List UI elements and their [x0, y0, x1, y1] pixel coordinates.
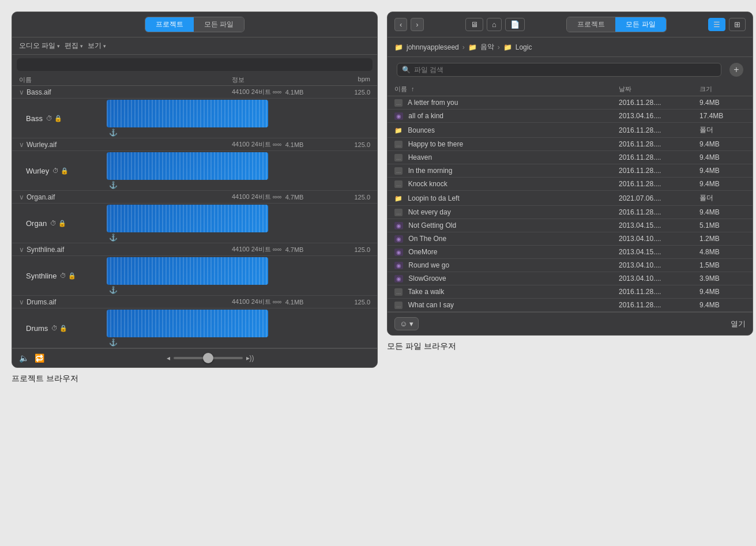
left-menu-bar: 오디오 파일 ▾ 편집 ▾ 보기 ▾ — [12, 37, 377, 55]
waveform-wurley — [107, 152, 268, 180]
track-row-synthline[interactable]: Synthline ⏱ 🔒 ⚓ — [12, 256, 377, 296]
track-row-bass[interactable]: Bass ⏱ 🔒 ⚓ — [12, 99, 377, 138]
lock-icon: 🔒 — [61, 167, 69, 175]
add-button[interactable]: + — [729, 63, 743, 77]
file-row-drums-aif[interactable]: ∨Drums.aif 44100 24비트 ∞∞ 4.1MB 125.0 — [12, 296, 377, 308]
chevron-down-icon: ▾ — [80, 43, 83, 49]
chevron-down-icon: ▾ — [103, 43, 106, 49]
chevron-down-icon: ▾ — [57, 43, 60, 49]
folder-icon: 📁 — [394, 195, 403, 202]
audio-file-icon: ◉ — [394, 262, 403, 269]
menu-edit[interactable]: 편집 ▾ — [65, 41, 83, 51]
file-row-bass-aif[interactable]: ∨Bass.aif 44100 24비트 ∞∞ 4.1MB 125.0 — [12, 86, 377, 99]
lock-icon: 🔒 — [54, 115, 62, 122]
sort-asc-icon: ↑ — [411, 85, 415, 92]
file-row-12[interactable]: ◉ Round we go 2013.04.10.... 1.5MB — [388, 259, 753, 272]
nav-forward-button[interactable]: › — [411, 18, 423, 31]
tab-project-right[interactable]: 프로젝트 — [567, 17, 615, 32]
audio-file-icon: ... — [394, 180, 403, 188]
left-table-header: 이름 정보 bpm — [12, 74, 377, 86]
file-row-11[interactable]: ◉ OneMore 2013.04.15.... 4.8MB — [388, 246, 753, 259]
file-row-wurley-aif[interactable]: ∨Wurley.aif 44100 24비트 ∞∞ 4.1MB 125.0 — [12, 138, 377, 151]
right-file-list: ... A letter from you 2016.11.28.... 9.4… — [388, 96, 753, 312]
right-toolbar: ‹ › 🖥 ⌂ 📄 프로젝트 모든 파일 ☰ ⊞ — [388, 12, 753, 37]
right-search-input[interactable]: 🔍 파일 검색 — [397, 63, 721, 77]
audio-file-icon: ... — [394, 99, 403, 107]
left-file-list: ∨Bass.aif 44100 24비트 ∞∞ 4.1MB 125.0 Bass… — [12, 86, 377, 348]
audio-file-icon: ... — [394, 288, 403, 296]
lock-icon: 🔒 — [58, 220, 66, 227]
right-footer: ☺ ▾ 열기 — [388, 312, 753, 335]
right-table-header: 이름 ↑ 날짜 크기 — [388, 82, 753, 96]
anchor-icon: ⚓ — [107, 234, 118, 242]
volume-high-icon: ▸)) — [246, 354, 254, 362]
audio-file-icon: ◉ — [394, 235, 403, 243]
view-monitor-button[interactable]: 🖥 — [465, 18, 483, 31]
audio-file-icon: ... — [394, 154, 403, 161]
audio-file-icon: ◉ — [394, 275, 403, 283]
anchor-icon: ⚓ — [107, 338, 118, 347]
tab-all-files-right[interactable]: 모든 파일 — [615, 17, 665, 32]
clock-icon: ⏱ — [60, 272, 66, 280]
file-row-14[interactable]: ... Take a walk 2016.11.28.... 9.4MB — [388, 285, 753, 299]
tab-all-files-left[interactable]: 모든 파일 — [194, 17, 244, 32]
speaker-icon[interactable]: 🔈 — [19, 353, 29, 363]
track-row-drums[interactable]: Drums ⏱ 🔒 ⚓ — [12, 308, 377, 348]
emoji-menu-button[interactable]: ☺ ▾ — [394, 317, 419, 330]
tab-project-left[interactable]: 프로젝트 — [145, 17, 194, 32]
left-tab-group: 프로젝트 모든 파일 — [145, 17, 245, 32]
view-home-button[interactable]: ⌂ — [487, 18, 502, 31]
waveform-synthline — [107, 257, 268, 285]
anchor-icon: ⚓ — [107, 129, 118, 137]
left-search-bar — [17, 58, 373, 71]
waveform-organ — [107, 205, 268, 232]
track-row-wurley[interactable]: Wurley ⏱ 🔒 ⚓ — [12, 151, 377, 191]
breadcrumb: 📁 johnnyappleseed › 📁 음악 › 📁 Logic — [388, 37, 753, 57]
menu-view[interactable]: 보기 ▾ — [88, 41, 106, 51]
loop-icon[interactable]: 🔁 — [35, 353, 44, 363]
clock-icon: ⏱ — [46, 115, 52, 122]
volume-thumb[interactable] — [203, 353, 213, 363]
nav-back-button[interactable]: ‹ — [394, 18, 407, 31]
clock-icon: ⏱ — [50, 220, 57, 227]
view-list-button[interactable]: ☰ — [708, 18, 725, 31]
breadcrumb-logic-icon: 📁 — [503, 43, 512, 51]
right-tab-group: 프로젝트 모든 파일 — [566, 17, 666, 32]
audio-file-icon: ... — [394, 141, 403, 148]
left-panel-label: 프로젝트 브라우저 — [12, 374, 378, 384]
file-row-13[interactable]: ◉ SlowGroove 2013.04.10.... 3.9MB — [388, 272, 753, 285]
open-button[interactable]: 열기 — [731, 319, 746, 329]
file-row-synthline-aif[interactable]: ∨Synthline.aif 44100 24비트 ∞∞ 4.7MB 125.0 — [12, 243, 377, 256]
audio-file-icon: ... — [394, 209, 403, 216]
file-row-0[interactable]: ... A letter from you 2016.11.28.... 9.4… — [388, 96, 753, 110]
anchor-icon: ⚓ — [107, 181, 118, 189]
view-file-button[interactable]: 📄 — [505, 18, 525, 31]
lock-icon: 🔒 — [59, 325, 67, 332]
file-row-organ-aif[interactable]: ∨Organ.aif 44100 24비트 ∞∞ 4.7MB 125.0 — [12, 191, 377, 204]
file-row-5[interactable]: ... In the morning 2016.11.28.... 9.4MB — [388, 164, 753, 178]
file-row-8[interactable]: ... Not every day 2016.11.28.... 9.4MB — [388, 206, 753, 219]
file-row-15[interactable]: ... What can I say 2016.11.28.... 9.4MB — [388, 299, 753, 312]
file-row-3[interactable]: ... Happy to be there 2016.11.28.... 9.4… — [388, 138, 753, 151]
clock-icon: ⏱ — [52, 167, 59, 175]
file-row-6[interactable]: ... Knock knock 2016.11.28.... 9.4MB — [388, 178, 753, 191]
track-row-organ[interactable]: Organ ⏱ 🔒 ⚓ — [12, 204, 377, 243]
file-row-9[interactable]: ◉ Not Getting Old 2013.04.15.... 5.1MB — [388, 219, 753, 232]
audio-file-icon: ... — [394, 167, 403, 175]
menu-audio-file[interactable]: 오디오 파일 ▾ — [19, 41, 60, 51]
waveform-drums — [107, 310, 268, 337]
clock-icon: ⏱ — [51, 325, 58, 332]
file-row-4[interactable]: ... Heaven 2016.11.28.... 9.4MB — [388, 151, 753, 164]
audio-file-icon: ◉ — [394, 112, 403, 120]
right-panel-label: 모든 파일 브라우저 — [387, 341, 753, 352]
audio-file-icon: ◉ — [394, 222, 403, 229]
file-row-2[interactable]: 📁 Bounces 2016.11.28.... 폴더 — [388, 123, 753, 138]
chevron-down-icon: ▾ — [409, 319, 413, 328]
file-row-1[interactable]: ◉ all of a kind 2013.04.16.... 17.4MB — [388, 110, 753, 123]
breadcrumb-music-icon: 📁 — [468, 43, 477, 51]
view-columns-button[interactable]: ⊞ — [729, 18, 746, 31]
folder-icon: 📁 — [394, 127, 403, 134]
volume-slider[interactable] — [174, 357, 243, 359]
file-row-10[interactable]: ◉ On The One 2013.04.10.... 1.2MB — [388, 232, 753, 246]
file-row-7[interactable]: 📁 Loopin to da Left 2021.07.06.... 폴더 — [388, 191, 753, 206]
